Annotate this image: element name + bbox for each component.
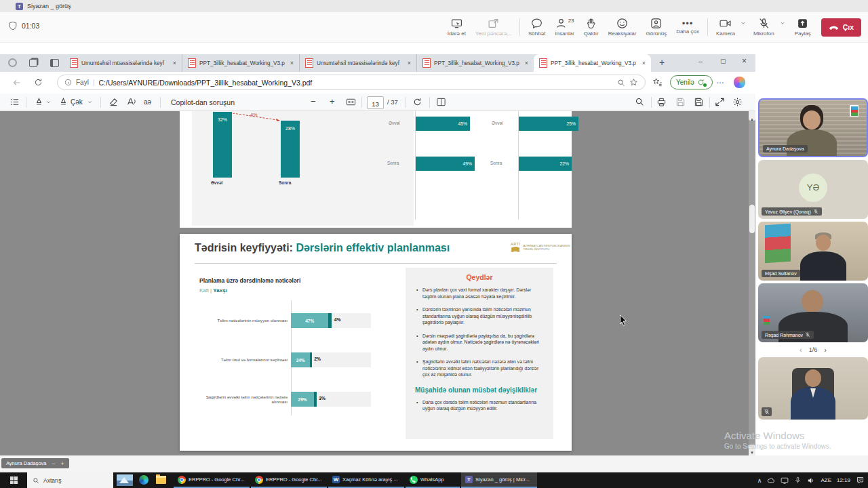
highlighter-label[interactable]: Çək bbox=[71, 98, 83, 106]
window-minimize-button[interactable]: – bbox=[698, 57, 703, 65]
pdf-search-icon[interactable] bbox=[635, 97, 644, 106]
clock[interactable]: 12:19 bbox=[837, 477, 850, 483]
save-icon[interactable] bbox=[675, 97, 686, 107]
highlighter-chevron-icon[interactable] bbox=[87, 99, 93, 105]
start-button[interactable] bbox=[0, 472, 27, 488]
pen-chevron-icon[interactable] bbox=[45, 99, 52, 105]
participant-tile-aynura[interactable]: Aynura Dadaşova bbox=[758, 98, 868, 157]
rotate-icon[interactable] bbox=[412, 97, 422, 107]
volume-icon[interactable] bbox=[807, 476, 815, 485]
taskbar-app-teams[interactable]: T Siyazan _ görüş | Micr... bbox=[461, 472, 537, 488]
scroll-up-button[interactable]: ▲ bbox=[749, 111, 755, 121]
page-prev-icon[interactable]: ‹ bbox=[800, 346, 802, 354]
zoom-out-icon[interactable]: − bbox=[311, 96, 316, 106]
tab-close-icon[interactable]: × bbox=[642, 60, 646, 66]
presenter-pill[interactable]: Aynura Dadaşova – + bbox=[1, 458, 69, 468]
bar-evvel: 32% bbox=[213, 112, 232, 178]
pill-minus-icon[interactable]: – bbox=[52, 460, 55, 467]
window-maximize-button[interactable]: ▢ bbox=[720, 58, 726, 64]
more-button[interactable]: ••• Daha çox bbox=[671, 20, 704, 35]
save-as-icon[interactable] bbox=[694, 97, 704, 107]
zoom-in-icon[interactable]: + bbox=[330, 96, 335, 106]
meeting-timer: 01:03 bbox=[8, 21, 39, 30]
browser-update-button[interactable]: Yenilə bbox=[670, 75, 713, 89]
page-number-input[interactable]: 13 bbox=[367, 96, 384, 109]
pill-plus-icon[interactable]: + bbox=[61, 460, 64, 467]
translate-icon[interactable]: aə bbox=[144, 98, 151, 106]
language-indicator[interactable]: AZE bbox=[821, 477, 831, 483]
pdf-settings-icon[interactable] bbox=[732, 97, 743, 107]
taskbar-app-word[interactable]: W Xaçmaz Köhnə arayış ... bbox=[328, 472, 404, 488]
raise-hand-button[interactable]: Qaldır bbox=[579, 18, 604, 37]
tab-close-icon[interactable]: × bbox=[173, 60, 176, 66]
tab-close-icon[interactable]: × bbox=[290, 60, 294, 66]
tab-close-icon[interactable]: × bbox=[525, 60, 528, 66]
url-field[interactable]: Fayl | C:/Users/AYNURE/Downloads/PPT_3il… bbox=[57, 75, 646, 90]
participant-tile-elsad[interactable]: Elşad Sultanov bbox=[758, 222, 868, 281]
edge-icon[interactable] bbox=[139, 475, 149, 485]
mic-button[interactable]: Mikrofon bbox=[749, 18, 779, 37]
camera-chevron-icon[interactable] bbox=[740, 20, 747, 26]
back-icon[interactable] bbox=[12, 78, 22, 87]
collections-icon[interactable] bbox=[29, 59, 37, 67]
highlighter-icon[interactable] bbox=[58, 97, 68, 107]
file-explorer-icon[interactable] bbox=[156, 476, 166, 484]
info-icon[interactable] bbox=[64, 79, 72, 86]
taskbar-search[interactable]: Axtarış bbox=[27, 472, 113, 488]
copilot-prompt[interactable]: Copilot-dan soruşun bbox=[171, 98, 235, 106]
share-button[interactable]: Paylaş bbox=[790, 18, 816, 37]
read-aloud-icon[interactable] bbox=[126, 97, 136, 107]
tab-actions-icon[interactable] bbox=[50, 59, 59, 67]
camera-button[interactable]: Kamera bbox=[711, 18, 740, 37]
browser-profile-icon[interactable] bbox=[8, 58, 17, 67]
view-button[interactable]: Görünüş bbox=[641, 18, 671, 37]
leave-button[interactable]: Çıx bbox=[821, 18, 861, 37]
tab-close-icon[interactable]: × bbox=[408, 60, 411, 66]
tray-chevron-icon[interactable]: ∧ bbox=[757, 477, 762, 484]
people-button[interactable]: 23 İnsanlar bbox=[550, 18, 578, 37]
fullscreen-icon[interactable] bbox=[715, 97, 725, 107]
participant-tile-resad[interactable]: Rəşad Rəhmanov bbox=[758, 283, 868, 342]
draw-pen-icon[interactable] bbox=[34, 97, 44, 107]
manage-share-button[interactable]: İdarə et bbox=[443, 18, 471, 37]
mic-chevron-icon[interactable] bbox=[779, 20, 786, 26]
taskbar-app-whatsapp[interactable]: WhatsApp bbox=[406, 472, 460, 488]
toc-icon[interactable] bbox=[9, 97, 20, 107]
chat-button[interactable]: Söhbət bbox=[524, 18, 550, 37]
browser-tab[interactable]: PPT_3illik_hesabat_Working_V3.p× bbox=[182, 54, 299, 72]
refresh-icon[interactable] bbox=[34, 78, 43, 87]
taskbar-app-chrome-2[interactable]: ERPPRO - Google Chr... bbox=[251, 472, 327, 488]
copilot-icon[interactable] bbox=[734, 77, 745, 88]
tray-mic-icon[interactable] bbox=[794, 476, 802, 484]
display-icon[interactable] bbox=[781, 476, 789, 485]
browser-addressbar: Fayl | C:/Users/AYNURE/Downloads/PPT_3il… bbox=[0, 72, 755, 94]
print-icon[interactable] bbox=[656, 97, 667, 107]
page-next-icon[interactable]: › bbox=[824, 346, 827, 354]
self-video-tile[interactable] bbox=[758, 357, 868, 420]
browser-tab[interactable]: Ümumtəhsil müəssisələrində keyf× bbox=[299, 54, 416, 72]
browser-tab-active[interactable]: PPT_3illik_hesabat_Working_V3.p× bbox=[534, 54, 651, 72]
window-close-button[interactable]: × bbox=[742, 56, 747, 66]
participant-name-label: Yavuz Əliyev (Qonaq) bbox=[762, 207, 822, 216]
activate-windows-watermark: Activate Windows Go to Settings to activ… bbox=[724, 430, 831, 450]
widgets-weather-icon[interactable] bbox=[117, 474, 133, 486]
browser-tab[interactable]: PPT_3illik_hesabat_Working_V3.p× bbox=[416, 54, 534, 72]
favorites-bar-icon[interactable] bbox=[652, 77, 663, 87]
page-view-icon[interactable] bbox=[436, 97, 446, 107]
fit-width-icon[interactable] bbox=[346, 97, 356, 107]
participant-tile-yavuz[interactable]: YƏ Yavuz Əliyev (Qonaq) bbox=[758, 160, 868, 219]
browser-tab[interactable]: Ümumtəhsil müəssisələrində keyf× bbox=[64, 54, 182, 72]
pdf-scrollbar[interactable]: ▲ ▼ bbox=[749, 111, 755, 455]
reactions-button[interactable]: Reaksiyalar bbox=[604, 18, 642, 37]
scroll-thumb[interactable] bbox=[749, 205, 755, 233]
search-in-page-icon[interactable] bbox=[617, 79, 625, 87]
eraser-icon[interactable] bbox=[108, 97, 119, 107]
favorite-star-icon[interactable] bbox=[629, 78, 638, 87]
new-window-button[interactable]: Yeni pəncərə... bbox=[471, 18, 516, 37]
new-tab-button[interactable]: + bbox=[659, 57, 665, 68]
taskbar-app-chrome-1[interactable]: ERPPRO - Google Chr... bbox=[174, 472, 250, 488]
action-center-icon[interactable] bbox=[856, 476, 865, 485]
onedrive-cloud-icon[interactable] bbox=[767, 476, 775, 485]
browser-menu-icon[interactable]: … bbox=[716, 76, 725, 85]
note-bullet: Dərslərin təxminən yarısında təlim nətic… bbox=[415, 306, 544, 326]
